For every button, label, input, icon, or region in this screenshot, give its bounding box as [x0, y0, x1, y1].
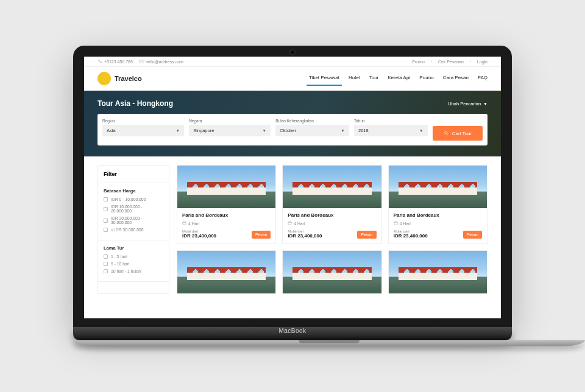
filter-heading: Filter [98, 166, 169, 183]
change-search-toggle[interactable]: Ubah Pencarian ▼ [448, 101, 488, 107]
book-button[interactable]: Pesan [357, 231, 376, 239]
calendar-icon [394, 221, 398, 226]
primary-nav: Tiket Pesawat Hotel Tour Kereta Api Prom… [309, 72, 488, 85]
checkbox-icon [104, 262, 108, 266]
svg-point-1 [444, 131, 447, 134]
link-promo[interactable]: Promo [412, 60, 425, 64]
checkbox-icon [104, 219, 108, 223]
phone-icon [98, 59, 102, 64]
tour-image [177, 251, 275, 293]
tour-duration: 4 Hari [182, 221, 271, 226]
filter-duration-section: Lama Tur 1 - 5 hari 5 - 10 hari 10 hari … [98, 240, 169, 282]
main-header: Travelco Tiket Pesawat Hotel Tour Kereta… [84, 67, 501, 91]
tour-image [389, 166, 487, 208]
checkbox-icon [104, 254, 108, 259]
page-title: Tour Asia - Hongkong [98, 99, 173, 108]
tour-price: IDR 23,400,000 [394, 233, 428, 239]
nav-promo[interactable]: Promo [419, 72, 434, 85]
chevron-down-icon: ▼ [176, 128, 180, 133]
price-option[interactable]: IDR 0 - 10.000.000 [104, 197, 163, 201]
link-login[interactable]: Login [477, 60, 488, 64]
checkbox-icon [104, 207, 108, 211]
nav-hotel[interactable]: Hotel [349, 72, 360, 85]
calendar-icon [288, 221, 292, 226]
book-button[interactable]: Pesan [463, 231, 482, 239]
duration-option[interactable]: 5 - 10 hari [104, 262, 163, 266]
tour-price: IDR 23,400,000 [288, 233, 322, 239]
filter-price-section: Batasan Harga IDR 0 - 10.000.000 IDR 10.… [98, 183, 169, 240]
search-icon [444, 130, 449, 137]
region-label: Region [102, 119, 184, 123]
tour-image [389, 251, 487, 293]
calendar-icon [182, 221, 186, 226]
tour-card[interactable] [282, 250, 381, 294]
filter-duration-title: Lama Tur [104, 245, 163, 251]
tour-image [177, 166, 275, 208]
email-contact[interactable]: hello@address.com [139, 59, 183, 64]
departure-month-select[interactable]: Oktober ▼ [275, 125, 349, 136]
tour-search-form: Region Asia ▼ Negara Singapore ▼ [98, 114, 488, 145]
country-select[interactable]: Singapore ▼ [189, 125, 271, 136]
tour-card[interactable]: Paris and Bordeaux 4 Hari Mulai dari IDR… [177, 165, 276, 244]
tour-title: Paris and Bordeaux [394, 212, 482, 218]
nav-cara-pesan[interactable]: Cara Pesan [443, 72, 469, 85]
checkbox-icon [104, 269, 108, 273]
filter-price-title: Batasan Harga [104, 188, 163, 194]
tour-image [283, 166, 381, 208]
departure-month-label: Bulan Keberangkatan [275, 119, 349, 123]
tour-card[interactable] [388, 250, 488, 294]
screen: +0123 456 789 hello@address.com Promo / … [84, 57, 501, 318]
region-select[interactable]: Asia ▼ [102, 125, 184, 136]
svg-rect-4 [394, 222, 397, 225]
checkbox-icon [104, 197, 108, 201]
phone-contact[interactable]: +0123 456 789 [98, 59, 133, 64]
mail-icon [139, 59, 144, 64]
device-brand: MacBook [278, 327, 306, 334]
price-option[interactable]: > IDR 30.000.000 [104, 228, 163, 232]
price-option[interactable]: IDR 20.000.000 - 30.000.000 [104, 216, 163, 225]
tour-card[interactable]: Paris and Bordeaux 4 Hari Mulai dari IDR… [388, 165, 488, 244]
search-tour-button[interactable]: Cari Tour [433, 126, 483, 141]
chevron-down-icon: ▼ [262, 128, 266, 133]
utility-bar: +0123 456 789 hello@address.com Promo / … [84, 57, 501, 67]
tour-results-grid: Paris and Bordeaux 4 Hari Mulai dari IDR… [177, 165, 488, 294]
tour-image [283, 251, 381, 293]
separator: / [470, 60, 471, 64]
results-section: Filter Batasan Harga IDR 0 - 10.000.000 … [84, 156, 501, 294]
svg-rect-2 [183, 222, 186, 225]
nav-kereta-api[interactable]: Kereta Api [388, 72, 410, 85]
nav-faq[interactable]: FAQ [478, 72, 488, 85]
link-cek-pesanan[interactable]: Cek Pesanan [438, 60, 464, 64]
nav-tiket-pesawat[interactable]: Tiket Pesawat [309, 72, 339, 85]
separator: / [431, 60, 432, 64]
tour-duration: 4 Hari [394, 221, 482, 226]
country-label: Negara [189, 119, 271, 123]
svg-rect-0 [140, 60, 143, 63]
checkbox-icon [104, 228, 108, 232]
logo-mark-icon [98, 72, 111, 85]
laptop-frame: +0123 456 789 hello@address.com Promo / … [73, 46, 512, 346]
nav-tour[interactable]: Tour [369, 72, 379, 85]
camera-dot [291, 51, 294, 54]
duration-option[interactable]: 10 hari - 1 bulan [104, 269, 163, 273]
laptop-base [73, 340, 585, 346]
filter-sidebar: Filter Batasan Harga IDR 0 - 10.000.000 … [98, 165, 169, 294]
tour-card[interactable] [177, 250, 276, 294]
tour-title: Paris and Bordeaux [288, 212, 376, 218]
hero-section: Tour Asia - Hongkong Ubah Pencarian ▼ Re… [84, 91, 501, 156]
tour-title: Paris and Bordeaux [182, 212, 271, 218]
duration-option[interactable]: 1 - 5 hari [104, 254, 163, 259]
tour-card[interactable]: Paris and Bordeaux 4 Hari Mulai dari IDR… [282, 165, 381, 244]
book-button[interactable]: Pesan [252, 231, 271, 239]
chevron-down-icon: ▼ [483, 102, 488, 106]
laptop-hinge: MacBook [73, 327, 512, 340]
tour-duration: 4 Hari [288, 221, 376, 226]
year-select[interactable]: 2018 ▼ [354, 125, 428, 136]
chevron-down-icon: ▼ [419, 128, 424, 133]
tour-price: IDR 23,400,000 [182, 233, 216, 239]
chevron-down-icon: ▼ [341, 128, 345, 133]
svg-rect-3 [288, 222, 291, 225]
brand-name: Travelco [115, 75, 142, 82]
brand-logo[interactable]: Travelco [98, 72, 142, 85]
price-option[interactable]: IDR 10.000.000 - 20.000.000 [104, 205, 163, 213]
